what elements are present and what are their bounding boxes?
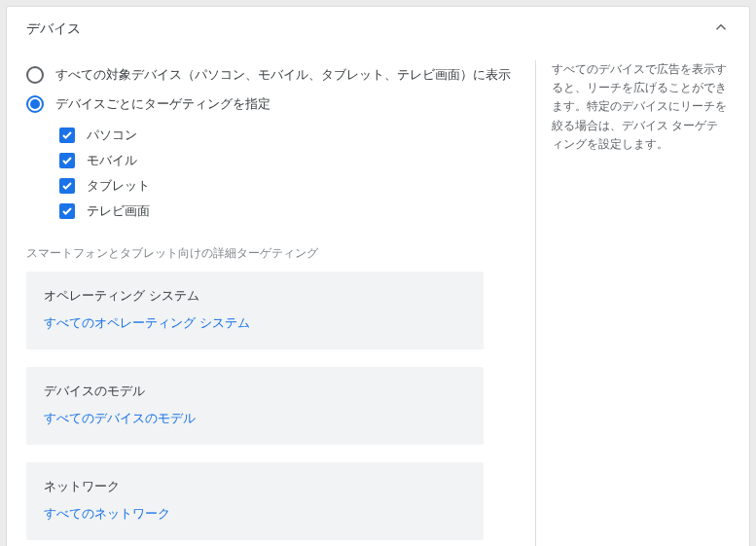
radio-label: すべての対象デバイス（パソコン、モバイル、タブレット、テレビ画面）に表示 xyxy=(55,66,511,84)
checkbox-tablet[interactable]: タブレット xyxy=(59,173,525,199)
checkbox-checked-icon xyxy=(59,178,75,194)
expander-value: すべてのネットワーク xyxy=(44,505,466,523)
radio-all-devices[interactable]: すべての対象デバイス（パソコン、モバイル、タブレット、テレビ画面）に表示 xyxy=(26,60,525,90)
checkbox-label: テレビ画面 xyxy=(87,202,150,220)
checkbox-checked-icon xyxy=(59,127,75,143)
device-targeting-panel: デバイス すべての対象デバイス（パソコン、モバイル、タブレット、テレビ画面）に表… xyxy=(6,6,750,546)
checkbox-label: モバイル xyxy=(87,152,137,169)
help-text: すべてのデバイスで広告を表示すると、リーチを広げることができます。特定のデバイス… xyxy=(552,60,730,154)
radio-icon xyxy=(26,66,44,84)
expander-title: デバイスのモデル xyxy=(44,382,466,400)
radio-icon xyxy=(26,95,44,113)
advanced-targeting-note: スマートフォンとタブレット向けの詳細ターゲティング xyxy=(26,224,525,272)
panel-header[interactable]: デバイス xyxy=(7,7,749,51)
options-column: すべての対象デバイス（パソコン、モバイル、タブレット、テレビ画面）に表示 デバイ… xyxy=(26,60,525,546)
device-checkbox-list: パソコン モバイル タブレット xyxy=(26,123,525,224)
checkbox-tv[interactable]: テレビ画面 xyxy=(59,199,525,224)
radio-label: デバイスごとにターゲティングを指定 xyxy=(55,95,270,113)
expander-value: すべてのデバイスのモデル xyxy=(44,410,466,427)
expander-title: ネットワーク xyxy=(44,478,466,495)
expander-network[interactable]: ネットワーク すべてのネットワーク xyxy=(26,462,484,540)
checkbox-label: タブレット xyxy=(87,177,150,195)
expander-value: すべてのオペレーティング システム xyxy=(44,314,466,332)
expander-operating-system[interactable]: オペレーティング システム すべてのオペレーティング システム xyxy=(26,272,484,349)
expander-title: オペレーティング システム xyxy=(44,287,466,305)
panel-title: デバイス xyxy=(26,20,81,38)
help-column: すべてのデバイスで広告を表示すると、リーチを広げることができます。特定のデバイス… xyxy=(535,60,730,546)
checkbox-label: パソコン xyxy=(87,127,137,144)
radio-specific-devices[interactable]: デバイスごとにターゲティングを指定 xyxy=(26,90,525,119)
checkbox-desktop[interactable]: パソコン xyxy=(59,123,525,148)
chevron-up-icon xyxy=(712,18,730,39)
checkbox-checked-icon xyxy=(59,153,75,168)
checkbox-mobile[interactable]: モバイル xyxy=(59,148,525,173)
expander-device-model[interactable]: デバイスのモデル すべてのデバイスのモデル xyxy=(26,367,484,445)
checkbox-checked-icon xyxy=(59,203,75,219)
